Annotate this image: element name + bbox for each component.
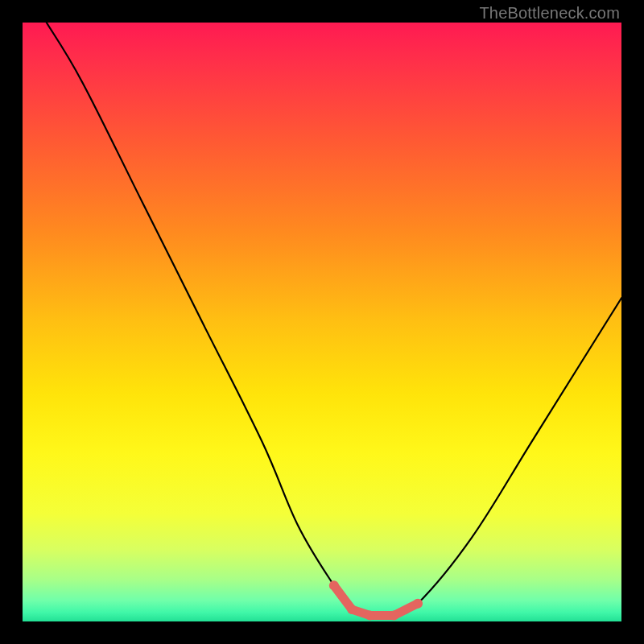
plot-area	[23, 23, 621, 621]
svg-point-4	[389, 611, 398, 621]
chart-frame: TheBottleneck.com	[0, 0, 644, 644]
flat-bottom-marker	[334, 585, 418, 615]
watermark-text: TheBottleneck.com	[479, 4, 620, 23]
curve-layer	[23, 23, 621, 621]
svg-point-1	[329, 580, 339, 590]
svg-point-5	[413, 599, 423, 609]
svg-point-3	[365, 611, 375, 621]
bottleneck-curve	[47, 23, 621, 617]
svg-point-2	[347, 605, 357, 614]
